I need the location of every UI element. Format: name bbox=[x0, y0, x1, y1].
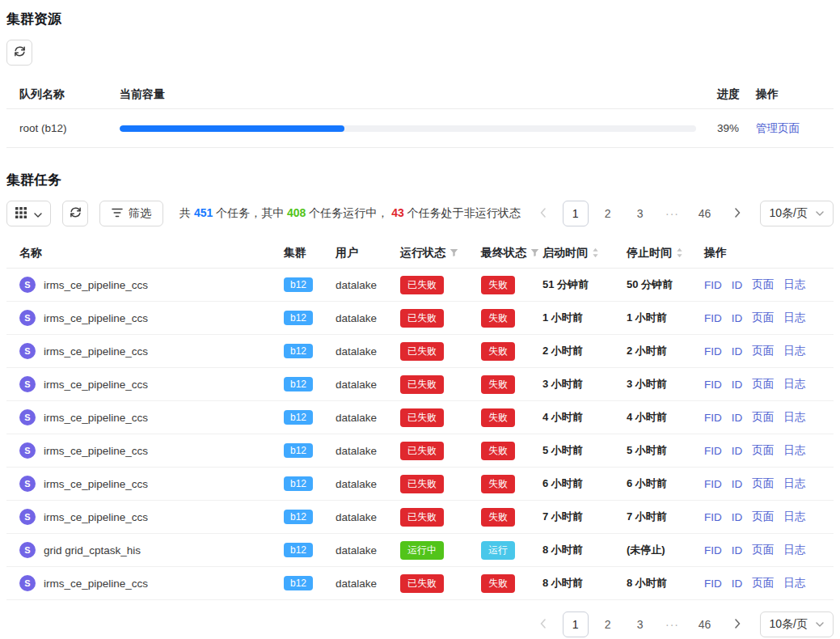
pagination-page-46[interactable]: 46 bbox=[692, 611, 718, 637]
sort-icon[interactable] bbox=[592, 248, 599, 258]
task-name: grid grid_cptask_his bbox=[44, 544, 141, 556]
id-link[interactable]: ID bbox=[732, 379, 743, 391]
fid-link[interactable]: FID bbox=[704, 279, 722, 291]
page-link[interactable]: 页面 bbox=[752, 311, 774, 325]
avatar: S bbox=[19, 476, 36, 492]
avatar: S bbox=[19, 310, 36, 326]
header-run-status: 运行状态 bbox=[400, 246, 445, 260]
pagination-page-2[interactable]: 2 bbox=[595, 201, 621, 226]
avatar: S bbox=[19, 376, 36, 392]
fid-link[interactable]: FID bbox=[704, 511, 722, 523]
page-link[interactable]: 页面 bbox=[752, 344, 774, 358]
tasks-refresh-button[interactable] bbox=[62, 201, 88, 226]
page-link[interactable]: 页面 bbox=[752, 410, 774, 425]
pagination-page-2[interactable]: 2 bbox=[595, 611, 621, 637]
pagination-prev[interactable] bbox=[530, 611, 556, 637]
id-link[interactable]: ID bbox=[732, 511, 743, 523]
funnel-icon[interactable] bbox=[530, 248, 539, 257]
cluster-badge: b12 bbox=[284, 476, 313, 491]
log-link[interactable]: 日志 bbox=[783, 576, 805, 590]
manage-page-link[interactable]: 管理页面 bbox=[756, 122, 800, 134]
filter-button[interactable]: 筛选 bbox=[99, 201, 163, 226]
pagination-page-1[interactable]: 1 bbox=[563, 611, 589, 637]
pagination-page-3[interactable]: 3 bbox=[627, 611, 653, 637]
id-link[interactable]: ID bbox=[732, 544, 743, 556]
task-user: datalake bbox=[336, 379, 400, 391]
fid-link[interactable]: FID bbox=[704, 544, 722, 556]
log-link[interactable]: 日志 bbox=[783, 277, 805, 292]
log-link[interactable]: 日志 bbox=[783, 510, 805, 524]
task-user: datalake bbox=[336, 279, 400, 291]
log-link[interactable]: 日志 bbox=[783, 543, 805, 557]
id-link[interactable]: ID bbox=[732, 345, 743, 358]
id-link[interactable]: ID bbox=[732, 445, 743, 457]
pagination-page-1[interactable]: 1 bbox=[563, 201, 589, 226]
header-queue-name: 队列名称 bbox=[19, 87, 120, 102]
start-time: 6 小时前 bbox=[542, 476, 627, 491]
id-link[interactable]: ID bbox=[732, 578, 743, 590]
task-name: irms_ce_pipeline_ccs bbox=[44, 511, 148, 523]
id-link[interactable]: ID bbox=[732, 478, 743, 490]
view-switcher-button[interactable] bbox=[6, 201, 51, 226]
header-current-capacity: 当前容量 bbox=[120, 87, 717, 102]
page-link[interactable]: 页面 bbox=[752, 277, 774, 292]
pagination-page-46[interactable]: 46 bbox=[692, 201, 718, 226]
task-user: datalake bbox=[336, 345, 400, 358]
fid-link[interactable]: FID bbox=[704, 412, 722, 424]
fid-link[interactable]: FID bbox=[704, 379, 722, 391]
run-status-badge: 运行中 bbox=[400, 541, 444, 560]
pagination-next[interactable] bbox=[724, 611, 750, 637]
pagination-page-3[interactable]: 3 bbox=[627, 201, 653, 226]
table-row: S irms_ce_pipeline_ccs b12 datalake 已失败 … bbox=[6, 468, 834, 501]
page-link[interactable]: 页面 bbox=[752, 576, 774, 590]
page-link[interactable]: 页面 bbox=[752, 443, 774, 458]
log-link[interactable]: 日志 bbox=[783, 311, 805, 325]
chevron-down-icon bbox=[34, 207, 42, 220]
pagination-next[interactable] bbox=[724, 201, 750, 226]
log-link[interactable]: 日志 bbox=[783, 410, 805, 425]
sort-icon[interactable] bbox=[676, 248, 683, 258]
funnel-icon[interactable] bbox=[450, 248, 458, 257]
fid-link[interactable]: FID bbox=[704, 312, 722, 324]
final-status-badge: 失败 bbox=[481, 475, 515, 493]
start-time: 2 小时前 bbox=[542, 344, 627, 358]
pagination-prev[interactable] bbox=[530, 201, 556, 226]
fid-link[interactable]: FID bbox=[704, 578, 722, 590]
page-link[interactable]: 页面 bbox=[752, 510, 774, 524]
start-time: 8 小时前 bbox=[542, 576, 627, 590]
page-size-select[interactable]: 10条/页 bbox=[760, 201, 834, 226]
log-link[interactable]: 日志 bbox=[783, 476, 805, 491]
table-row: S irms_ce_pipeline_ccs b12 datalake 已失败 … bbox=[6, 401, 834, 434]
fid-link[interactable]: FID bbox=[704, 478, 722, 490]
log-link[interactable]: 日志 bbox=[783, 443, 805, 458]
stop-time: 4 小时前 bbox=[627, 410, 704, 425]
progress-percent: 39% bbox=[717, 122, 756, 134]
id-link[interactable]: ID bbox=[732, 412, 743, 424]
page-link[interactable]: 页面 bbox=[752, 543, 774, 557]
page-size-select[interactable]: 10条/页 bbox=[760, 611, 834, 637]
task-user: datalake bbox=[336, 578, 400, 590]
log-link[interactable]: 日志 bbox=[783, 377, 805, 391]
cluster-resources-section: 集群资源 队列名称 当前容量 进度 操作 root (b12) bbox=[6, 10, 834, 148]
page-link[interactable]: 页面 bbox=[752, 476, 774, 491]
stop-time: 3 小时前 bbox=[627, 377, 704, 391]
log-link[interactable]: 日志 bbox=[783, 344, 805, 358]
avatar: S bbox=[19, 409, 36, 425]
resources-refresh-button[interactable] bbox=[6, 40, 32, 66]
stop-time: 1 小时前 bbox=[627, 311, 704, 325]
pagination-ellipsis[interactable]: ··· bbox=[660, 611, 686, 637]
cluster-badge: b12 bbox=[284, 344, 313, 358]
filter-lines-icon bbox=[112, 207, 123, 220]
task-user: datalake bbox=[336, 445, 400, 457]
avatar: S bbox=[19, 442, 36, 459]
summary-text: 个任务运行中， bbox=[306, 206, 391, 219]
id-link[interactable]: ID bbox=[732, 312, 743, 324]
filter-button-label: 筛选 bbox=[129, 206, 151, 221]
page-link[interactable]: 页面 bbox=[752, 377, 774, 391]
fid-link[interactable]: FID bbox=[704, 345, 722, 358]
grid-icon bbox=[15, 207, 27, 221]
queue-name: root (b12) bbox=[19, 122, 120, 134]
pagination-ellipsis[interactable]: ··· bbox=[660, 201, 686, 226]
fid-link[interactable]: FID bbox=[704, 445, 722, 457]
id-link[interactable]: ID bbox=[732, 279, 743, 291]
